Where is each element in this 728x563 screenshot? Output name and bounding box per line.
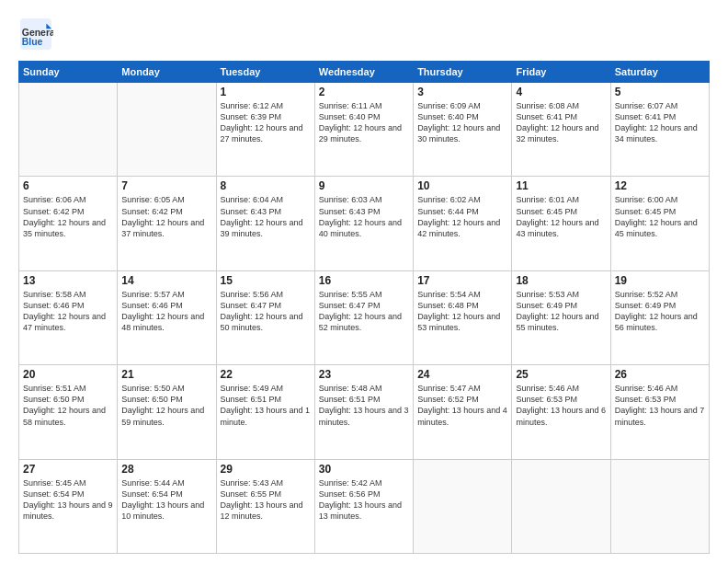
calendar-cell: 2Sunrise: 6:11 AM Sunset: 6:40 PM Daylig… <box>314 83 413 177</box>
calendar-cell: 16Sunrise: 5:55 AM Sunset: 6:47 PM Dayli… <box>314 270 413 364</box>
day-info: Sunrise: 6:07 AM Sunset: 6:41 PM Dayligh… <box>615 100 705 145</box>
calendar-cell <box>118 83 216 177</box>
day-info: Sunrise: 6:06 AM Sunset: 6:42 PM Dayligh… <box>23 194 113 239</box>
calendar-week-5: 27Sunrise: 5:45 AM Sunset: 6:54 PM Dayli… <box>19 459 710 553</box>
calendar-cell: 23Sunrise: 5:48 AM Sunset: 6:51 PM Dayli… <box>314 365 413 459</box>
day-number: 21 <box>121 368 211 381</box>
calendar-cell: 17Sunrise: 5:54 AM Sunset: 6:48 PM Dayli… <box>414 270 512 364</box>
calendar-cell: 8Sunrise: 6:04 AM Sunset: 6:43 PM Daylig… <box>216 177 314 270</box>
day-info: Sunrise: 5:58 AM Sunset: 6:46 PM Dayligh… <box>23 289 113 334</box>
calendar-cell: 1Sunrise: 6:12 AM Sunset: 6:39 PM Daylig… <box>216 83 314 177</box>
calendar-cell: 29Sunrise: 5:43 AM Sunset: 6:55 PM Dayli… <box>216 459 314 553</box>
day-number: 5 <box>615 86 705 98</box>
day-number: 1 <box>221 86 311 98</box>
day-number: 9 <box>319 179 409 192</box>
day-number: 6 <box>23 179 113 192</box>
day-info: Sunrise: 5:45 AM Sunset: 6:54 PM Dayligh… <box>23 477 113 523</box>
calendar-cell: 6Sunrise: 6:06 AM Sunset: 6:42 PM Daylig… <box>19 177 118 270</box>
calendar-week-3: 13Sunrise: 5:58 AM Sunset: 6:46 PM Dayli… <box>19 270 710 364</box>
calendar-cell <box>610 459 709 553</box>
day-number: 29 <box>221 463 311 476</box>
day-number: 16 <box>319 274 409 287</box>
calendar-cell: 15Sunrise: 5:56 AM Sunset: 6:47 PM Dayli… <box>216 270 314 364</box>
day-info: Sunrise: 5:51 AM Sunset: 6:50 PM Dayligh… <box>23 383 113 428</box>
day-number: 13 <box>23 274 113 287</box>
day-info: Sunrise: 5:46 AM Sunset: 6:53 PM Dayligh… <box>516 383 606 428</box>
header: General Blue <box>18 17 710 52</box>
calendar-cell: 26Sunrise: 5:46 AM Sunset: 6:53 PM Dayli… <box>610 365 709 459</box>
day-info: Sunrise: 6:09 AM Sunset: 6:40 PM Dayligh… <box>417 100 507 145</box>
page: General Blue SundayMondayTuesdayWednesda… <box>0 0 728 563</box>
logo: General Blue <box>18 17 53 52</box>
svg-text:Blue: Blue <box>22 37 43 47</box>
day-number: 24 <box>417 368 507 381</box>
day-info: Sunrise: 6:08 AM Sunset: 6:41 PM Dayligh… <box>516 100 606 145</box>
calendar-cell: 27Sunrise: 5:45 AM Sunset: 6:54 PM Dayli… <box>19 459 118 553</box>
weekday-header-friday: Friday <box>512 62 610 83</box>
day-info: Sunrise: 5:42 AM Sunset: 6:56 PM Dayligh… <box>319 477 409 523</box>
day-number: 14 <box>121 274 211 287</box>
day-info: Sunrise: 5:55 AM Sunset: 6:47 PM Dayligh… <box>319 289 409 334</box>
day-info: Sunrise: 5:43 AM Sunset: 6:55 PM Dayligh… <box>221 477 311 523</box>
day-number: 19 <box>615 274 705 287</box>
day-info: Sunrise: 5:48 AM Sunset: 6:51 PM Dayligh… <box>319 383 409 428</box>
calendar-cell: 30Sunrise: 5:42 AM Sunset: 6:56 PM Dayli… <box>314 459 413 553</box>
calendar-cell: 9Sunrise: 6:03 AM Sunset: 6:43 PM Daylig… <box>314 177 413 270</box>
calendar-week-4: 20Sunrise: 5:51 AM Sunset: 6:50 PM Dayli… <box>19 365 710 459</box>
calendar-cell: 10Sunrise: 6:02 AM Sunset: 6:44 PM Dayli… <box>414 177 512 270</box>
weekday-header-wednesday: Wednesday <box>314 62 413 83</box>
day-number: 28 <box>121 463 211 476</box>
svg-text:General: General <box>22 28 53 38</box>
calendar-cell: 20Sunrise: 5:51 AM Sunset: 6:50 PM Dayli… <box>19 365 118 459</box>
calendar-week-1: 1Sunrise: 6:12 AM Sunset: 6:39 PM Daylig… <box>19 83 710 177</box>
day-info: Sunrise: 5:44 AM Sunset: 6:54 PM Dayligh… <box>121 477 211 523</box>
weekday-header-sunday: Sunday <box>19 62 118 83</box>
calendar-cell: 7Sunrise: 6:05 AM Sunset: 6:42 PM Daylig… <box>118 177 216 270</box>
logo-icon: General Blue <box>18 17 53 52</box>
day-info: Sunrise: 5:52 AM Sunset: 6:49 PM Dayligh… <box>615 289 705 334</box>
calendar-cell: 12Sunrise: 6:00 AM Sunset: 6:45 PM Dayli… <box>610 177 709 270</box>
calendar-cell: 13Sunrise: 5:58 AM Sunset: 6:46 PM Dayli… <box>19 270 118 364</box>
day-number: 10 <box>417 179 507 192</box>
day-number: 11 <box>516 179 606 192</box>
day-info: Sunrise: 6:05 AM Sunset: 6:42 PM Dayligh… <box>121 194 211 239</box>
day-info: Sunrise: 6:02 AM Sunset: 6:44 PM Dayligh… <box>417 194 507 239</box>
calendar-cell: 24Sunrise: 5:47 AM Sunset: 6:52 PM Dayli… <box>414 365 512 459</box>
calendar-cell: 21Sunrise: 5:50 AM Sunset: 6:50 PM Dayli… <box>118 365 216 459</box>
day-info: Sunrise: 5:49 AM Sunset: 6:51 PM Dayligh… <box>221 383 311 428</box>
day-number: 22 <box>221 368 311 381</box>
day-number: 20 <box>23 368 113 381</box>
calendar-cell: 22Sunrise: 5:49 AM Sunset: 6:51 PM Dayli… <box>216 365 314 459</box>
day-info: Sunrise: 5:57 AM Sunset: 6:46 PM Dayligh… <box>121 289 211 334</box>
day-number: 27 <box>23 463 113 476</box>
calendar-header-row: SundayMondayTuesdayWednesdayThursdayFrid… <box>19 62 710 83</box>
calendar-cell: 28Sunrise: 5:44 AM Sunset: 6:54 PM Dayli… <box>118 459 216 553</box>
day-number: 30 <box>319 463 409 476</box>
day-number: 12 <box>615 179 705 192</box>
day-info: Sunrise: 6:01 AM Sunset: 6:45 PM Dayligh… <box>516 194 606 239</box>
day-info: Sunrise: 5:46 AM Sunset: 6:53 PM Dayligh… <box>615 383 705 428</box>
day-number: 23 <box>319 368 409 381</box>
day-info: Sunrise: 6:12 AM Sunset: 6:39 PM Dayligh… <box>221 100 311 145</box>
day-info: Sunrise: 6:03 AM Sunset: 6:43 PM Dayligh… <box>319 194 409 239</box>
day-number: 8 <box>221 179 311 192</box>
day-number: 17 <box>417 274 507 287</box>
calendar-cell <box>19 83 118 177</box>
weekday-header-thursday: Thursday <box>414 62 512 83</box>
day-info: Sunrise: 5:56 AM Sunset: 6:47 PM Dayligh… <box>221 289 311 334</box>
calendar-cell: 11Sunrise: 6:01 AM Sunset: 6:45 PM Dayli… <box>512 177 610 270</box>
day-info: Sunrise: 6:04 AM Sunset: 6:43 PM Dayligh… <box>221 194 311 239</box>
calendar-table: SundayMondayTuesdayWednesdayThursdayFrid… <box>18 61 710 554</box>
day-number: 2 <box>319 86 409 98</box>
day-number: 7 <box>121 179 211 192</box>
day-number: 25 <box>516 368 606 381</box>
day-number: 4 <box>516 86 606 98</box>
day-info: Sunrise: 5:47 AM Sunset: 6:52 PM Dayligh… <box>417 383 507 428</box>
day-number: 15 <box>221 274 311 287</box>
calendar-cell: 4Sunrise: 6:08 AM Sunset: 6:41 PM Daylig… <box>512 83 610 177</box>
weekday-header-saturday: Saturday <box>610 62 709 83</box>
calendar-cell: 5Sunrise: 6:07 AM Sunset: 6:41 PM Daylig… <box>610 83 709 177</box>
calendar-cell: 14Sunrise: 5:57 AM Sunset: 6:46 PM Dayli… <box>118 270 216 364</box>
weekday-header-tuesday: Tuesday <box>216 62 314 83</box>
calendar-cell: 18Sunrise: 5:53 AM Sunset: 6:49 PM Dayli… <box>512 270 610 364</box>
